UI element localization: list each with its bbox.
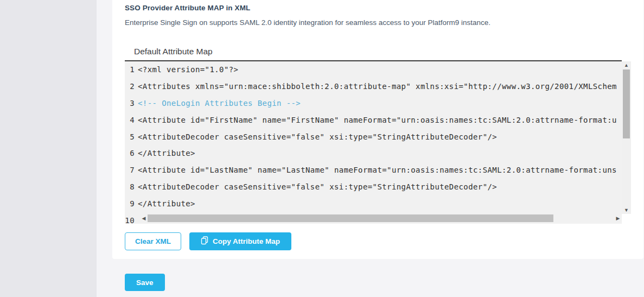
editor-label: Default Attribute Map (134, 47, 213, 56)
code-content[interactable]: 1<?xml version="1.0"?>2<Attributes xmlns… (125, 61, 622, 224)
code-line[interactable]: 7<Attribute id="LastName" name="LastName… (125, 162, 622, 179)
vertical-scrollbar[interactable]: ▲ ▼ (622, 61, 631, 214)
scroll-up-arrow-icon[interactable]: ▲ (622, 61, 631, 69)
left-sidebar (0, 0, 97, 297)
code-text: <Attribute id="LastName" name="LastName"… (138, 166, 617, 174)
scroll-left-arrow-icon[interactable]: ◀ (141, 214, 146, 223)
line-number: 6 (125, 149, 135, 157)
code-line[interactable]: 2<Attributes xmlns="urn:mace:shibboleth:… (125, 78, 622, 95)
page-subtitle: Enterprise Single Sign on supports SAML … (125, 18, 490, 27)
line-number: 7 (125, 166, 135, 174)
code-line[interactable]: 3<!-- OneLogin Attributes Begin --> (125, 95, 622, 112)
code-text: <Attributes xmlns="urn:mace:shibboleth:2… (138, 82, 617, 91)
editor-actions: Clear XML Copy Attribute Map (125, 232, 291, 250)
scroll-down-arrow-icon[interactable]: ▼ (622, 206, 631, 214)
line-number: 2 (125, 82, 135, 91)
save-button[interactable]: Save (125, 274, 165, 291)
horizontal-scrollbar-thumb[interactable] (148, 214, 553, 222)
line-number: 5 (125, 132, 135, 141)
line-number: 8 (125, 182, 135, 191)
code-line[interactable]: 5<AttributeDecoder caseSensitive="false"… (125, 128, 622, 145)
code-line[interactable]: 4<Attribute id="FirstName" name="FirstNa… (125, 111, 622, 128)
code-line[interactable]: 6</Attribute> (125, 145, 622, 162)
xml-code-editor[interactable]: 1<?xml version="1.0"?>2<Attributes xmlns… (125, 61, 631, 224)
copy-button-label: Copy Attribute Map (213, 237, 280, 245)
copy-icon (201, 236, 208, 247)
line-number: 10 (125, 216, 135, 224)
line-number: 1 (125, 65, 135, 74)
code-text: <?xml version="1.0"?> (138, 65, 238, 74)
code-text: <Attribute id="FirstName" name="FirstNam… (138, 116, 617, 124)
line-number: 3 (125, 99, 135, 108)
page-title: SSO Provider Attribute MAP in XML (125, 4, 250, 12)
code-text: </Attribute> (138, 199, 195, 208)
code-text: </Attribute> (138, 149, 195, 157)
copy-attribute-map-button[interactable]: Copy Attribute Map (189, 232, 291, 250)
code-line[interactable]: 9</Attribute> (125, 195, 622, 212)
code-line[interactable]: 8<AttributeDecoder caseSensitive="false"… (125, 179, 622, 195)
scroll-right-arrow-icon[interactable]: ▶ (615, 214, 621, 223)
clear-xml-button[interactable]: Clear XML (125, 232, 181, 250)
code-text: <AttributeDecoder caseSensitive="false" … (138, 182, 497, 191)
code-text: <AttributeDecoder caseSensitive="false" … (138, 132, 497, 141)
vertical-scrollbar-thumb[interactable] (623, 69, 630, 138)
horizontal-scrollbar[interactable]: ◀ ▶ (141, 214, 622, 223)
line-number: 4 (125, 116, 135, 124)
code-text: <!-- OneLogin Attributes Begin --> (138, 99, 301, 108)
code-line[interactable]: 1<?xml version="1.0"?> (125, 61, 622, 78)
line-number: 9 (125, 199, 135, 208)
